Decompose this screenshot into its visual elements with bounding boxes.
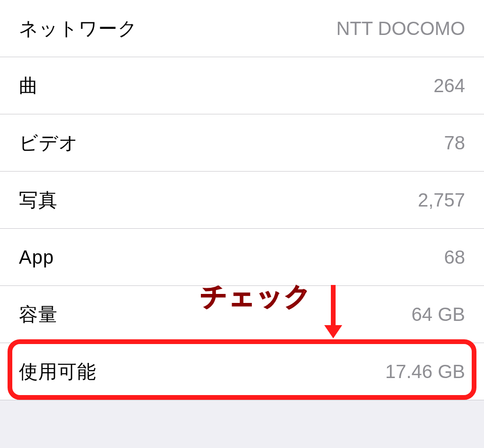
row-videos[interactable]: ビデオ 78 [0,114,484,172]
row-photos[interactable]: 写真 2,757 [0,172,484,229]
row-songs[interactable]: 曲 264 [0,57,484,114]
value-apps: 68 [444,247,466,268]
value-photos: 2,757 [418,190,465,211]
row-capacity[interactable]: 容量 64 GB [0,286,484,343]
label-videos: ビデオ [19,130,78,156]
label-songs: 曲 [19,73,38,99]
value-songs: 264 [433,75,465,96]
value-network: NTT DOCOMO [336,18,465,39]
label-apps: App [19,247,54,268]
label-available: 使用可能 [19,359,96,385]
label-photos: 写真 [19,187,58,213]
value-available: 17.46 GB [385,361,465,382]
row-apps[interactable]: App 68 [0,229,484,286]
footer-gap [0,400,484,448]
value-capacity: 64 GB [412,304,465,325]
row-network[interactable]: ネットワーク NTT DOCOMO [0,0,484,57]
label-network: ネットワーク [19,16,138,42]
label-capacity: 容量 [19,302,58,327]
row-available[interactable]: 使用可能 17.46 GB [0,343,484,400]
value-videos: 78 [444,132,466,154]
settings-list: ネットワーク NTT DOCOMO 曲 264 ビデオ 78 写真 2,757 … [0,0,484,400]
